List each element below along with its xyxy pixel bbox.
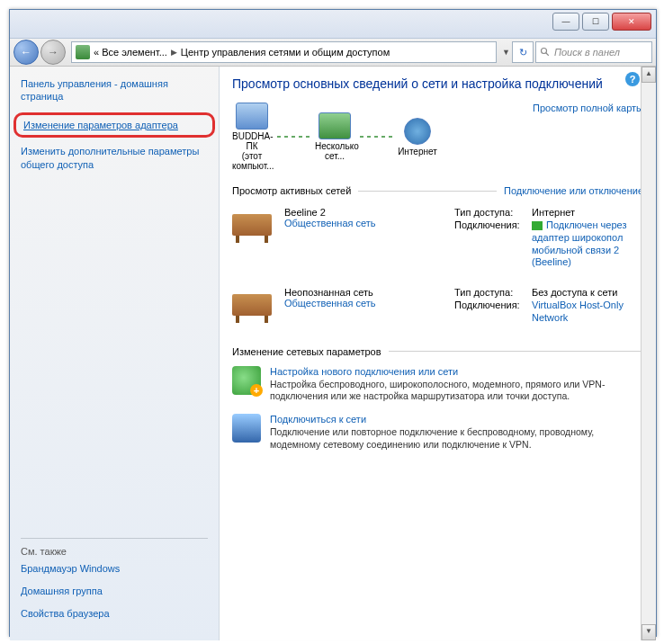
search-input[interactable]: Поиск в панел [535,41,652,63]
chevron-icon: ▶ [171,48,177,57]
titlebar: — ☐ ✕ [10,10,656,39]
sidebar-home-link[interactable]: Панель управления - домашняя страница [21,77,208,103]
close-button[interactable]: ✕ [612,13,651,31]
minimize-button[interactable]: — [552,13,579,31]
back-button[interactable]: ← [13,40,39,65]
svg-point-0 [542,49,547,54]
crumb-network-center[interactable]: Центр управления сетями и общим доступом [181,47,390,58]
scroll-up-icon[interactable]: ▲ [642,67,656,83]
task-row: Настройка нового подключения или сети На… [232,362,643,410]
active-networks-heading: Просмотр активных сетей Подключение или … [232,185,643,196]
see-also-label: См. также [21,546,208,557]
connection-line [277,136,310,138]
network-row: Beeline 2 Общественная сеть Тип доступа:… [232,201,643,282]
refresh-button[interactable]: ↻ [512,41,534,63]
sidebar-sharing-settings[interactable]: Изменить дополнительные параметры общего… [21,145,208,172]
window: — ☐ ✕ ← → « Все элемент... ▶ Центр управ… [9,9,657,637]
dropdown-icon[interactable]: ▼ [502,48,510,57]
setup-connection-icon [232,366,261,395]
access-type: Интернет [532,207,643,218]
full-map-link[interactable]: Просмотр полной карты [533,103,643,113]
address-bar: ← → « Все элемент... ▶ Центр управления … [10,39,656,67]
help-icon[interactable]: ? [625,72,640,86]
network-type-link[interactable]: Общественная сеть [284,298,445,309]
connect-disconnect-link[interactable]: Подключение или отключение [504,185,643,196]
signal-icon [532,221,543,230]
change-settings-heading: Изменение сетевых параметров [232,346,643,357]
crumb-all[interactable]: « Все элемент... [94,47,167,58]
task-description: Настройка беспроводного, широкополосного… [270,379,643,403]
sidebar-adapter-settings[interactable]: Изменение параметров адаптера [13,112,215,139]
scroll-down-icon[interactable]: ▼ [642,624,656,640]
this-pc-icon[interactable]: BUDDHA-ПК (этот компьют... [232,103,272,171]
page-title: Просмотр основных сведений о сети и наст… [232,76,643,92]
network-name: Неопознанная сеть [284,287,445,298]
network-properties: Тип доступа:Без доступа к сети Подключен… [454,287,643,326]
public-network-icon [232,287,275,323]
svg-line-1 [546,53,549,56]
task-row: Подключиться к сети Подключение или повт… [232,410,643,458]
networks-icon[interactable]: Несколько сет... [315,112,354,161]
maximize-button[interactable]: ☐ [582,13,609,31]
forward-button[interactable]: → [40,40,66,65]
sidebar-see-also: См. также Брандмауэр Windows Домашняя гр… [21,538,208,630]
breadcrumb[interactable]: « Все элемент... ▶ Центр управления сетя… [71,41,497,63]
connection-line [360,136,392,138]
connection-link[interactable]: VirtualBox Host-Only Network [532,300,624,323]
main-content: ? Просмотр основных сведений о сети и на… [220,67,656,640]
scrollbar[interactable]: ▲ ▼ [641,67,656,640]
network-type-link[interactable]: Общественная сеть [284,218,445,228]
network-info: Неопознанная сеть Общественная сеть [284,287,445,326]
access-type: Без доступа к сети [532,287,643,298]
globe-icon [404,118,431,145]
sidebar-homegroup[interactable]: Домашняя группа [21,585,208,598]
body: Панель управления - домашняя страница Из… [10,67,656,640]
hub-icon [319,112,351,139]
internet-icon[interactable]: Интернет [398,118,437,157]
sidebar-firewall[interactable]: Брандмауэр Windows [21,562,208,576]
sidebar: Панель управления - домашняя страница Из… [10,67,220,640]
setup-connection-link[interactable]: Настройка нового подключения или сети [270,366,643,377]
computer-icon [236,103,268,130]
public-network-icon [232,207,275,243]
connection-link[interactable]: Подключен через адаптер широкопол мобиль… [532,219,626,267]
sidebar-browser[interactable]: Свойства браузера [21,607,208,621]
network-map: BUDDHA-ПК (этот компьют... Несколько сет… [232,103,533,171]
task-description: Подключение или повторное подключение к … [270,426,643,451]
search-icon [540,47,551,58]
control-panel-icon [76,45,90,59]
connect-network-icon [232,414,261,443]
network-row: Неопознанная сеть Общественная сеть Тип … [232,282,643,337]
network-properties: Тип доступа:Интернет Подключения:Подключ… [454,207,643,271]
network-name: Beeline 2 [284,207,445,218]
network-info: Beeline 2 Общественная сеть [284,207,445,271]
connect-network-link[interactable]: Подключиться к сети [270,414,643,425]
